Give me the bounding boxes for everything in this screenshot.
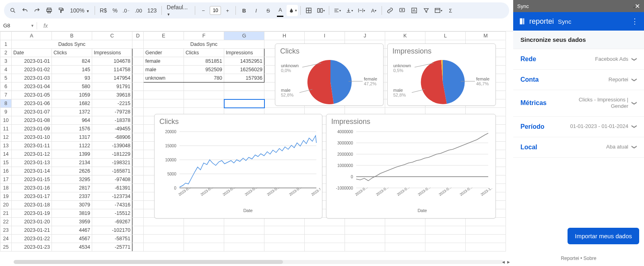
- font-select[interactable]: Defaul... ▼: [164, 4, 192, 17]
- cell[interactable]: [224, 91, 264, 99]
- bold-button[interactable]: B: [238, 5, 250, 16]
- cell[interactable]: 2023-01-09: [12, 125, 52, 133]
- cell[interactable]: -74316: [92, 201, 132, 209]
- cell[interactable]: Impressions: [92, 49, 132, 57]
- cell[interactable]: [425, 235, 466, 243]
- zoom-select[interactable]: 100% ▼: [68, 7, 92, 14]
- col-header-J[interactable]: J: [345, 32, 385, 40]
- cell[interactable]: -58751: [92, 235, 132, 243]
- increase-font-button[interactable]: +: [222, 5, 233, 16]
- cell[interactable]: [224, 243, 264, 252]
- cell[interactable]: [345, 226, 385, 235]
- cell[interactable]: [132, 150, 144, 159]
- cell[interactable]: -15512: [92, 209, 132, 218]
- cell[interactable]: female: [144, 57, 184, 66]
- cell[interactable]: [132, 175, 144, 184]
- cell[interactable]: [305, 243, 345, 252]
- cell[interactable]: [132, 209, 144, 218]
- cell[interactable]: -102170: [92, 226, 132, 235]
- row-header-1[interactable]: 1: [0, 40, 12, 49]
- text-rotate-button[interactable]: A▾: [368, 5, 379, 16]
- cell[interactable]: 2023-01-17: [12, 192, 52, 201]
- cell[interactable]: 91791: [92, 82, 132, 91]
- row-header-22[interactable]: 22: [0, 218, 12, 226]
- cell[interactable]: 2817: [52, 184, 92, 192]
- cell[interactable]: [132, 49, 144, 57]
- row-header-9[interactable]: 9: [0, 108, 12, 116]
- cell[interactable]: 39618: [92, 91, 132, 99]
- cell[interactable]: -181229: [92, 150, 132, 159]
- cell[interactable]: [132, 192, 144, 201]
- chart-pie-impressions[interactable]: Impressions unknown 0,5% male 52,8%: [387, 43, 496, 106]
- cell[interactable]: 2023-01-03: [12, 74, 52, 82]
- name-box-input[interactable]: [2, 22, 27, 29]
- cell[interactable]: 2023-01-20: [12, 218, 52, 226]
- col-header-B[interactable]: B: [52, 32, 92, 40]
- cell[interactable]: [305, 218, 345, 226]
- cell[interactable]: -79728: [92, 108, 132, 116]
- row-header-21[interactable]: 21: [0, 209, 12, 218]
- cell[interactable]: 2023-01-15: [12, 175, 52, 184]
- kebab-menu-icon[interactable]: ⋮: [631, 17, 638, 26]
- search-icon[interactable]: [7, 5, 19, 16]
- cell[interactable]: -69267: [92, 218, 132, 226]
- cell[interactable]: Dados Sync: [12, 40, 132, 49]
- cell[interactable]: 1682: [52, 99, 92, 108]
- cell[interactable]: -25771: [92, 243, 132, 252]
- cell[interactable]: [144, 91, 184, 99]
- undo-icon[interactable]: [19, 5, 31, 16]
- cell[interactable]: 2023-01-19: [12, 209, 52, 218]
- cell[interactable]: 2023-01-10: [12, 133, 52, 142]
- cell[interactable]: 4567: [52, 235, 92, 243]
- cell[interactable]: 3295: [52, 175, 92, 184]
- cell[interactable]: 2023-01-02: [12, 66, 52, 74]
- cell[interactable]: [184, 218, 224, 226]
- sidebar-row-período[interactable]: Período01-01-2023 - 01-01-2024❯: [513, 117, 644, 137]
- cell[interactable]: 2337: [52, 192, 92, 201]
- cell[interactable]: 93: [52, 74, 92, 82]
- import-data-button[interactable]: Importar meus dados: [568, 228, 639, 244]
- cell[interactable]: [466, 243, 506, 252]
- row-header-15[interactable]: 15: [0, 159, 12, 167]
- increase-decimal-icon[interactable]: .00: [133, 5, 144, 16]
- cell[interactable]: 4534: [52, 243, 92, 252]
- cell[interactable]: [132, 159, 144, 167]
- cell[interactable]: 104678: [92, 57, 132, 66]
- sidebar-row-rede[interactable]: RedeFacebook Ads❯: [513, 49, 644, 70]
- cell[interactable]: 14352951: [224, 57, 264, 66]
- row-header-23[interactable]: 23: [0, 226, 12, 235]
- cell[interactable]: -139048: [92, 142, 132, 150]
- cell[interactable]: [144, 226, 184, 235]
- row-header-5[interactable]: 5: [0, 74, 12, 82]
- cell[interactable]: 145: [52, 66, 92, 74]
- fill-color-button[interactable]: ▾: [287, 5, 298, 16]
- cell[interactable]: Clicks: [52, 49, 92, 57]
- col-header-I[interactable]: I: [305, 32, 345, 40]
- row-header-10[interactable]: 10: [0, 116, 12, 125]
- cell[interactable]: [144, 235, 184, 243]
- cell[interactable]: [345, 218, 385, 226]
- chart-line-impressions[interactable]: Impressions 4000000 3000000 2000000: [326, 114, 496, 219]
- cell[interactable]: 3819: [52, 209, 92, 218]
- cell[interactable]: [224, 235, 264, 243]
- sidebar-row-local[interactable]: LocalAba atual❯: [513, 137, 644, 158]
- cell[interactable]: 1372: [52, 108, 92, 116]
- cell[interactable]: [184, 91, 224, 99]
- row-header-6[interactable]: 6: [0, 82, 12, 91]
- cell[interactable]: 2023-01-01: [12, 57, 52, 66]
- decrease-font-button[interactable]: −: [198, 5, 209, 16]
- cell[interactable]: [305, 235, 345, 243]
- cell[interactable]: 1399: [52, 150, 92, 159]
- cell[interactable]: [466, 218, 506, 226]
- cell[interactable]: -18378: [92, 116, 132, 125]
- merge-cells-button[interactable]: ▾: [315, 5, 326, 16]
- cell[interactable]: [144, 82, 184, 91]
- col-header-A[interactable]: A: [12, 32, 52, 40]
- collapse-toolbar-icon[interactable]: ⌃: [632, 6, 637, 12]
- cell[interactable]: [132, 243, 144, 252]
- cell[interactable]: [184, 243, 224, 252]
- currency-format-button[interactable]: R$: [97, 7, 109, 14]
- row-header-16[interactable]: 16: [0, 167, 12, 175]
- cell[interactable]: [264, 243, 305, 252]
- chart-icon[interactable]: [409, 5, 420, 16]
